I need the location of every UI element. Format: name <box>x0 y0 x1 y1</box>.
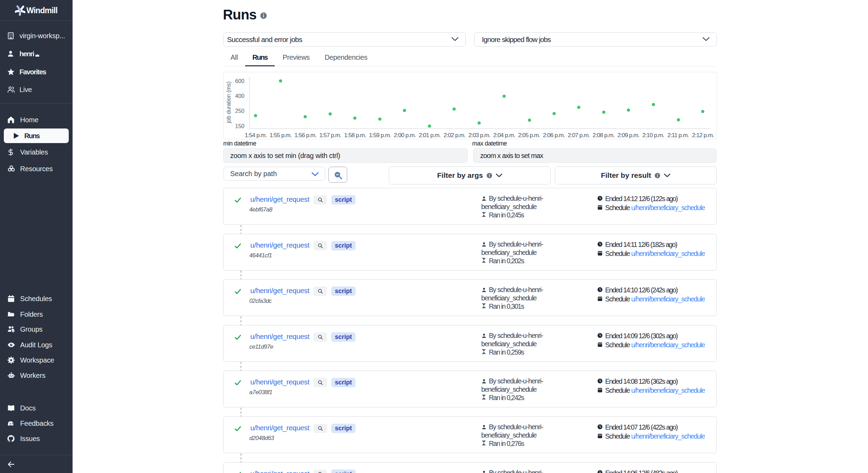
svg-text:1:56 p.m.: 1:56 p.m. <box>294 132 316 139</box>
svg-text:1:57 p.m.: 1:57 p.m. <box>319 132 341 139</box>
svg-text:2:08 p.m.: 2:08 p.m. <box>593 132 615 139</box>
svg-text:150: 150 <box>235 123 244 129</box>
svg-text:job duration (ms): job duration (ms) <box>226 81 232 123</box>
svg-text:2:02 p.m.: 2:02 p.m. <box>443 132 465 139</box>
svg-text:2:10 p.m.: 2:10 p.m. <box>642 132 664 139</box>
svg-text:2:01 p.m.: 2:01 p.m. <box>419 132 441 139</box>
svg-text:1:59 p.m.: 1:59 p.m. <box>369 132 391 139</box>
svg-text:1:58 p.m.: 1:58 p.m. <box>344 132 366 139</box>
svg-text:2:07 p.m.: 2:07 p.m. <box>568 132 590 139</box>
svg-text:600: 600 <box>235 78 244 84</box>
svg-text:2:03 p.m.: 2:03 p.m. <box>468 132 490 139</box>
svg-text:400: 400 <box>235 93 244 99</box>
svg-text:2:04 p.m.: 2:04 p.m. <box>493 132 515 139</box>
svg-text:2:09 p.m.: 2:09 p.m. <box>617 132 639 139</box>
svg-text:2:12 p.m.: 2:12 p.m. <box>692 132 714 139</box>
svg-text:2:00 p.m.: 2:00 p.m. <box>394 132 416 139</box>
svg-text:2:11 p.m.: 2:11 p.m. <box>667 132 689 139</box>
svg-text:2:05 p.m.: 2:05 p.m. <box>518 132 540 139</box>
svg-text:2:06 p.m.: 2:06 p.m. <box>543 132 565 139</box>
svg-text:250: 250 <box>235 108 244 114</box>
svg-text:1:54 p.m.: 1:54 p.m. <box>245 132 267 139</box>
svg-text:1:55 p.m.: 1:55 p.m. <box>270 132 292 139</box>
